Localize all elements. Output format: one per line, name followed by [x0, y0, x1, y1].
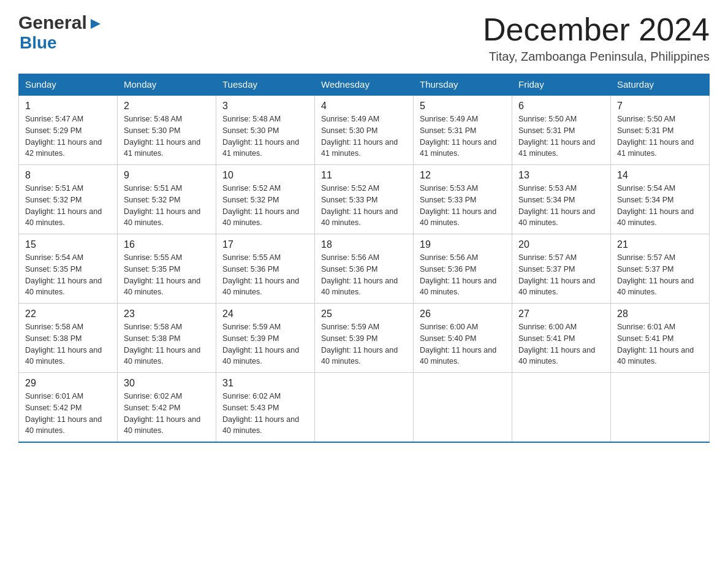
day-info: Sunrise: 6:01 AMSunset: 5:42 PMDaylight:… [25, 392, 102, 435]
page-header: General Blue December 2024 Titay, Zamboa… [18, 12, 710, 64]
calendar-cell: 5 Sunrise: 5:49 AMSunset: 5:31 PMDayligh… [414, 95, 512, 165]
day-number: 20 [518, 239, 604, 250]
header-friday: Friday [512, 74, 611, 96]
day-info: Sunrise: 6:00 AMSunset: 5:40 PMDaylight:… [420, 323, 496, 366]
logo-arrow-icon [88, 17, 103, 31]
day-number: 8 [25, 170, 111, 181]
header-thursday: Thursday [414, 74, 512, 96]
day-number: 18 [321, 239, 407, 250]
calendar-cell: 22 Sunrise: 5:58 AMSunset: 5:38 PMDaylig… [19, 304, 118, 373]
calendar-header-row: SundayMondayTuesdayWednesdayThursdayFrid… [19, 74, 710, 96]
day-number: 11 [321, 170, 407, 181]
month-year-title: December 2024 [483, 12, 710, 47]
day-number: 28 [617, 308, 703, 320]
header-sunday: Sunday [19, 74, 118, 96]
calendar-cell: 17 Sunrise: 5:55 AMSunset: 5:36 PMDaylig… [216, 234, 315, 304]
calendar-cell: 31 Sunrise: 6:02 AMSunset: 5:43 PMDaylig… [216, 373, 315, 443]
logo-general-text: General [18, 12, 87, 33]
day-info: Sunrise: 5:49 AMSunset: 5:30 PMDaylight:… [321, 115, 398, 158]
calendar-cell: 30 Sunrise: 6:02 AMSunset: 5:42 PMDaylig… [118, 373, 216, 443]
day-number: 22 [25, 308, 111, 320]
day-number: 25 [321, 308, 407, 320]
calendar-table: SundayMondayTuesdayWednesdayThursdayFrid… [18, 74, 710, 443]
calendar-cell: 10 Sunrise: 5:52 AMSunset: 5:32 PMDaylig… [216, 165, 315, 234]
title-block: December 2024 Titay, Zamboanga Peninsula… [483, 12, 710, 64]
week-row-4: 22 Sunrise: 5:58 AMSunset: 5:38 PMDaylig… [19, 304, 710, 373]
day-number: 30 [124, 378, 210, 389]
header-saturday: Saturday [611, 74, 710, 96]
calendar-cell: 11 Sunrise: 5:52 AMSunset: 5:33 PMDaylig… [315, 165, 414, 234]
calendar-cell: 2 Sunrise: 5:48 AMSunset: 5:30 PMDayligh… [118, 95, 216, 165]
logo: General Blue [18, 12, 103, 53]
day-number: 12 [420, 170, 506, 181]
day-info: Sunrise: 5:50 AMSunset: 5:31 PMDaylight:… [518, 115, 595, 158]
day-number: 19 [420, 239, 506, 250]
day-info: Sunrise: 5:57 AMSunset: 5:37 PMDaylight:… [617, 253, 694, 296]
day-info: Sunrise: 5:52 AMSunset: 5:33 PMDaylight:… [321, 184, 398, 227]
day-info: Sunrise: 5:47 AMSunset: 5:29 PMDaylight:… [25, 115, 102, 158]
day-info: Sunrise: 5:59 AMSunset: 5:39 PMDaylight:… [321, 323, 398, 366]
day-info: Sunrise: 5:57 AMSunset: 5:37 PMDaylight:… [518, 253, 595, 296]
week-row-1: 1 Sunrise: 5:47 AMSunset: 5:29 PMDayligh… [19, 95, 710, 165]
calendar-cell: 13 Sunrise: 5:53 AMSunset: 5:34 PMDaylig… [512, 165, 611, 234]
day-info: Sunrise: 5:52 AMSunset: 5:32 PMDaylight:… [222, 184, 299, 227]
day-info: Sunrise: 5:51 AMSunset: 5:32 PMDaylight:… [25, 184, 102, 227]
day-info: Sunrise: 5:50 AMSunset: 5:31 PMDaylight:… [617, 115, 694, 158]
day-info: Sunrise: 5:59 AMSunset: 5:39 PMDaylight:… [222, 323, 299, 366]
calendar-cell: 20 Sunrise: 5:57 AMSunset: 5:37 PMDaylig… [512, 234, 611, 304]
day-number: 9 [124, 170, 210, 181]
day-number: 24 [222, 308, 308, 320]
header-wednesday: Wednesday [315, 74, 414, 96]
day-number: 3 [222, 101, 308, 112]
day-info: Sunrise: 5:58 AMSunset: 5:38 PMDaylight:… [124, 323, 200, 366]
day-info: Sunrise: 5:56 AMSunset: 5:36 PMDaylight:… [321, 253, 398, 296]
calendar-cell: 15 Sunrise: 5:54 AMSunset: 5:35 PMDaylig… [19, 234, 118, 304]
svg-marker-0 [91, 19, 100, 29]
day-number: 17 [222, 239, 308, 250]
calendar-cell: 24 Sunrise: 5:59 AMSunset: 5:39 PMDaylig… [216, 304, 315, 373]
calendar-cell: 6 Sunrise: 5:50 AMSunset: 5:31 PMDayligh… [512, 95, 611, 165]
day-info: Sunrise: 6:01 AMSunset: 5:41 PMDaylight:… [617, 323, 694, 366]
calendar-cell: 27 Sunrise: 6:00 AMSunset: 5:41 PMDaylig… [512, 304, 611, 373]
calendar-cell: 1 Sunrise: 5:47 AMSunset: 5:29 PMDayligh… [19, 95, 118, 165]
location-subtitle: Titay, Zamboanga Peninsula, Philippines [483, 50, 710, 64]
day-number: 23 [124, 308, 210, 320]
day-info: Sunrise: 5:53 AMSunset: 5:34 PMDaylight:… [518, 184, 595, 227]
calendar-cell: 29 Sunrise: 6:01 AMSunset: 5:42 PMDaylig… [19, 373, 118, 443]
day-info: Sunrise: 6:02 AMSunset: 5:43 PMDaylight:… [222, 392, 299, 435]
calendar-cell: 28 Sunrise: 6:01 AMSunset: 5:41 PMDaylig… [611, 304, 710, 373]
calendar-cell: 19 Sunrise: 5:56 AMSunset: 5:36 PMDaylig… [414, 234, 512, 304]
day-number: 26 [420, 308, 506, 320]
day-info: Sunrise: 5:53 AMSunset: 5:33 PMDaylight:… [420, 184, 496, 227]
calendar-cell: 9 Sunrise: 5:51 AMSunset: 5:32 PMDayligh… [118, 165, 216, 234]
calendar-cell: 8 Sunrise: 5:51 AMSunset: 5:32 PMDayligh… [19, 165, 118, 234]
day-number: 15 [25, 239, 111, 250]
calendar-cell [611, 373, 710, 443]
week-row-2: 8 Sunrise: 5:51 AMSunset: 5:32 PMDayligh… [19, 165, 710, 234]
day-number: 6 [518, 101, 604, 112]
day-info: Sunrise: 6:00 AMSunset: 5:41 PMDaylight:… [518, 323, 595, 366]
day-number: 13 [518, 170, 604, 181]
calendar-cell: 7 Sunrise: 5:50 AMSunset: 5:31 PMDayligh… [611, 95, 710, 165]
calendar-cell: 4 Sunrise: 5:49 AMSunset: 5:30 PMDayligh… [315, 95, 414, 165]
day-info: Sunrise: 5:58 AMSunset: 5:38 PMDaylight:… [25, 323, 102, 366]
calendar-cell [414, 373, 512, 443]
day-info: Sunrise: 5:48 AMSunset: 5:30 PMDaylight:… [222, 115, 299, 158]
day-number: 7 [617, 101, 703, 112]
day-number: 31 [222, 378, 308, 389]
day-number: 5 [420, 101, 506, 112]
day-info: Sunrise: 5:49 AMSunset: 5:31 PMDaylight:… [420, 115, 496, 158]
calendar-cell [512, 373, 611, 443]
calendar-cell: 16 Sunrise: 5:55 AMSunset: 5:35 PMDaylig… [118, 234, 216, 304]
calendar-cell: 23 Sunrise: 5:58 AMSunset: 5:38 PMDaylig… [118, 304, 216, 373]
logo-blue-text: Blue [18, 33, 57, 53]
week-row-5: 29 Sunrise: 6:01 AMSunset: 5:42 PMDaylig… [19, 373, 710, 443]
day-info: Sunrise: 5:54 AMSunset: 5:35 PMDaylight:… [25, 253, 102, 296]
day-info: Sunrise: 5:56 AMSunset: 5:36 PMDaylight:… [420, 253, 496, 296]
week-row-3: 15 Sunrise: 5:54 AMSunset: 5:35 PMDaylig… [19, 234, 710, 304]
header-monday: Monday [118, 74, 216, 96]
calendar-cell: 26 Sunrise: 6:00 AMSunset: 5:40 PMDaylig… [414, 304, 512, 373]
day-info: Sunrise: 6:02 AMSunset: 5:42 PMDaylight:… [124, 392, 200, 435]
calendar-cell: 18 Sunrise: 5:56 AMSunset: 5:36 PMDaylig… [315, 234, 414, 304]
header-tuesday: Tuesday [216, 74, 315, 96]
